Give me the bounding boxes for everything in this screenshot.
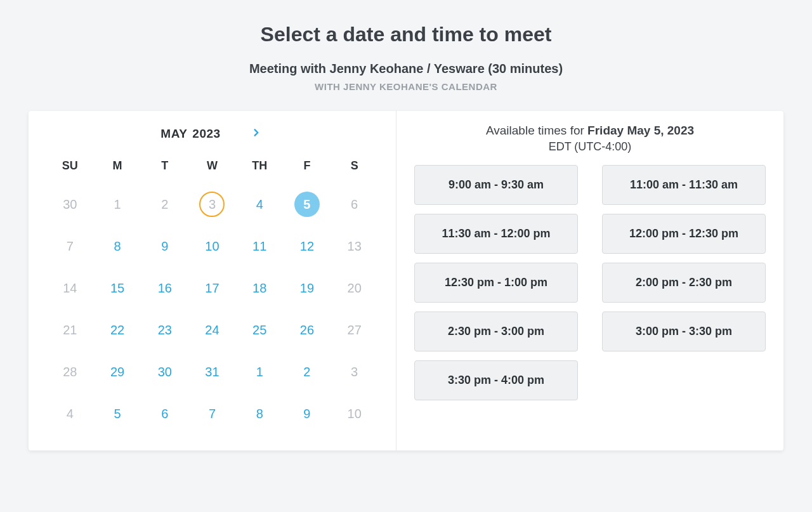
- calendar-weekday: S: [331, 159, 378, 176]
- calendar-day-number: 10: [199, 233, 225, 259]
- calendar-day[interactable]: 23: [141, 316, 188, 344]
- times-header-prefix: Available times for: [486, 124, 587, 137]
- times-grid: 9:00 am - 9:30 am11:00 am - 11:30 am11:3…: [414, 165, 766, 400]
- calendar-day[interactable]: 19: [284, 274, 331, 302]
- time-slot[interactable]: 11:30 am - 12:00 pm: [414, 214, 578, 254]
- calendar-day-number: 30: [152, 359, 178, 384]
- calendar-day[interactable]: 6: [141, 400, 188, 428]
- calendar-year: 2023: [192, 127, 220, 140]
- calendar-day-number: 4: [247, 192, 272, 217]
- calendar-day-number: 30: [57, 192, 82, 217]
- calendar-day[interactable]: 12: [284, 232, 331, 260]
- calendar-day-number: 26: [294, 317, 320, 343]
- calendar-day-number: 20: [342, 275, 367, 301]
- calendar-day-number: 5: [105, 401, 130, 426]
- calendar-day: 3: [331, 358, 378, 386]
- calendar-day[interactable]: 17: [188, 274, 236, 302]
- meeting-title: Meeting with Jenny Keohane / Yesware (30…: [0, 62, 812, 76]
- times-panel: Available times for Friday May 5, 2023 E…: [396, 111, 783, 450]
- time-slot[interactable]: 12:30 pm - 1:00 pm: [414, 263, 578, 303]
- calendar-day: 30: [46, 190, 94, 218]
- calendar-day-number: 29: [105, 359, 130, 384]
- calendar-day-number: 27: [342, 317, 367, 343]
- calendar-day-number: 8: [247, 401, 272, 426]
- time-slot[interactable]: 12:00 pm - 12:30 pm: [602, 214, 766, 254]
- calendar-day-number: 8: [105, 233, 130, 259]
- time-slot[interactable]: 9:00 am - 9:30 am: [414, 165, 578, 205]
- calendar-day[interactable]: 31: [188, 358, 236, 386]
- calendar-owner-label: WITH JENNY KEOHANE'S CALENDAR: [0, 81, 812, 92]
- calendar-day-number: 16: [152, 275, 178, 301]
- calendar-day-number: 5: [294, 192, 320, 217]
- calendar-day-number: 2: [152, 192, 178, 217]
- calendar-day-number: 25: [247, 317, 272, 343]
- next-month-button[interactable]: [249, 126, 264, 141]
- calendar-day[interactable]: 29: [94, 358, 141, 386]
- calendar-day-number: 23: [152, 317, 178, 343]
- calendar-day[interactable]: 2: [284, 358, 331, 386]
- calendar-day-number: 31: [199, 359, 225, 384]
- scheduler-panels: MAY2023 SUMTWTHFS30123456789101112131415…: [29, 111, 783, 450]
- calendar-day-number: 9: [294, 401, 320, 426]
- calendar-day-number: 3: [342, 359, 367, 384]
- calendar-panel: MAY2023 SUMTWTHFS30123456789101112131415…: [29, 111, 396, 450]
- calendar-day: 7: [46, 232, 94, 260]
- time-slot[interactable]: 11:00 am - 11:30 am: [602, 165, 766, 205]
- time-slot[interactable]: 3:00 pm - 3:30 pm: [602, 312, 766, 351]
- calendar-month-year: MAY2023: [160, 127, 220, 141]
- time-slot[interactable]: 2:00 pm - 2:30 pm: [602, 263, 766, 303]
- calendar-day: 21: [46, 316, 94, 344]
- calendar-day-number: 10: [342, 401, 367, 426]
- calendar-day: 28: [46, 358, 94, 386]
- calendar-day[interactable]: 5: [94, 400, 141, 428]
- calendar-day-number: 22: [105, 317, 130, 343]
- calendar-day-number: 18: [247, 275, 272, 301]
- calendar-weekday: SU: [46, 159, 94, 176]
- chevron-right-icon: [252, 126, 261, 141]
- calendar-day[interactable]: 18: [236, 274, 284, 302]
- calendar-weekday: F: [284, 159, 331, 176]
- times-header-date: Friday May 5, 2023: [587, 124, 694, 137]
- calendar-day[interactable]: 30: [141, 358, 188, 386]
- calendar-day: 1: [94, 190, 141, 218]
- calendar-day: 4: [46, 400, 94, 428]
- calendar-day-number: 15: [105, 275, 130, 301]
- calendar-day[interactable]: 5: [284, 190, 331, 218]
- calendar-day: 14: [46, 274, 94, 302]
- calendar-day[interactable]: 10: [188, 232, 236, 260]
- calendar-day: 2: [141, 190, 188, 218]
- calendar-day-number: 4: [57, 401, 82, 426]
- calendar-day-number: 3: [199, 192, 225, 217]
- time-slot[interactable]: 2:30 pm - 3:00 pm: [414, 312, 578, 351]
- calendar-day[interactable]: 15: [94, 274, 141, 302]
- calendar-day[interactable]: 8: [94, 232, 141, 260]
- calendar-day[interactable]: 26: [284, 316, 331, 344]
- calendar-day-number: 7: [57, 233, 82, 259]
- calendar-day: 27: [331, 316, 378, 344]
- calendar-weekday: TH: [236, 159, 284, 176]
- calendar-day: 3: [188, 190, 236, 218]
- calendar-weekday: W: [188, 159, 236, 176]
- calendar-day-number: 6: [152, 401, 178, 426]
- calendar-day-number: 6: [342, 192, 367, 217]
- calendar-day-number: 2: [294, 359, 320, 384]
- calendar-day[interactable]: 9: [141, 232, 188, 260]
- calendar-day: 6: [331, 190, 378, 218]
- calendar-day-number: 12: [294, 233, 320, 259]
- calendar-day-number: 13: [342, 233, 367, 259]
- calendar-day-number: 9: [152, 233, 178, 259]
- calendar-day[interactable]: 11: [236, 232, 284, 260]
- calendar-day[interactable]: 24: [188, 316, 236, 344]
- calendar-day[interactable]: 22: [94, 316, 141, 344]
- calendar-day[interactable]: 8: [236, 400, 284, 428]
- calendar-day[interactable]: 16: [141, 274, 188, 302]
- times-header: Available times for Friday May 5, 2023: [414, 124, 766, 138]
- calendar-day[interactable]: 25: [236, 316, 284, 344]
- calendar-weekday: M: [94, 159, 141, 176]
- time-slot[interactable]: 3:30 pm - 4:00 pm: [414, 360, 578, 400]
- calendar-day[interactable]: 9: [284, 400, 331, 428]
- calendar-day[interactable]: 1: [236, 358, 284, 386]
- calendar-day[interactable]: 7: [188, 400, 236, 428]
- calendar-day-number: 24: [199, 317, 225, 343]
- calendar-day[interactable]: 4: [236, 190, 284, 218]
